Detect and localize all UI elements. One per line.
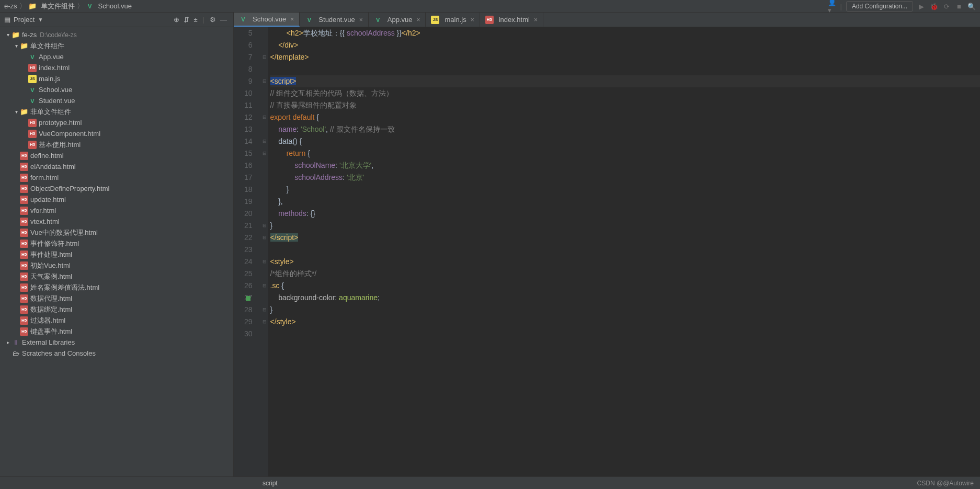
tab-label: Student.vue — [318, 16, 355, 24]
tree-item[interactable]: H5elAnddata.html — [0, 161, 233, 172]
js-icon: JS — [28, 75, 37, 83]
tree-item[interactable]: H5form.html — [0, 172, 233, 183]
html-icon: H5 — [20, 152, 28, 160]
fold-column[interactable]: ⊟⊟⊟⊟⊟⊟⊟⊟⊟⊟⊟ — [261, 27, 268, 476]
tree-label: update.html — [30, 196, 66, 203]
js-icon: JS — [431, 16, 439, 24]
status-bar: script CSDN @@Autowire — [0, 476, 980, 489]
html-icon: H5 — [20, 272, 28, 281]
html-icon: H5 — [20, 196, 28, 204]
tree-label: Vue中的数据代理.html — [30, 228, 98, 237]
editor-tab[interactable]: VApp.vue × — [369, 13, 426, 27]
tree-item[interactable]: H5事件处理.html — [0, 249, 233, 260]
tree-item[interactable]: ▾ 📁单文件组件 — [0, 40, 233, 51]
tree-arrow-icon[interactable]: ▾ — [13, 109, 20, 115]
tree-item[interactable]: H5数据绑定.html — [0, 304, 233, 315]
debug-icon[interactable]: 🐞 — [930, 2, 938, 10]
folder-icon: 📁 — [20, 108, 28, 116]
tree-arrow-icon[interactable]: ▸ — [4, 339, 12, 345]
tab-label: School.vue — [253, 15, 286, 23]
html-icon: H5 — [20, 327, 28, 336]
close-icon[interactable]: × — [471, 16, 474, 24]
tree-label: ObjectDefineProperty.html — [30, 185, 110, 192]
stop-icon[interactable]: ■ — [955, 2, 963, 10]
tree-item[interactable]: H5vtext.html — [0, 216, 233, 227]
tree-item[interactable]: ▾ 📁fe-zsD:\code\fe-zs — [0, 29, 233, 40]
vue-icon: V — [86, 2, 94, 10]
user-icon[interactable]: 👤▾ — [828, 2, 836, 10]
close-icon[interactable]: × — [290, 16, 294, 23]
tree-item[interactable]: H5prototype.html — [0, 117, 233, 128]
gear-icon[interactable]: ⚙ — [210, 16, 216, 24]
run-coverage-icon[interactable]: ⟳ — [942, 2, 951, 10]
tree-item[interactable]: VStudent.vue — [0, 95, 233, 106]
editor-tab[interactable]: VSchool.vue × — [234, 13, 300, 27]
tree-label: 姓名案例差值语法.html — [30, 283, 99, 292]
vue-icon: V — [28, 86, 37, 94]
breadcrumb-bar: e-zs 〉 📁单文件组件 〉 VSchool.vue 👤▾ | Add Con… — [0, 0, 980, 13]
tree-item[interactable]: H5数据代理.html — [0, 293, 233, 304]
breadcrumb-item[interactable]: VSchool.vue — [86, 2, 132, 10]
html-icon: H5 — [20, 218, 28, 226]
vue-icon: V — [305, 16, 313, 24]
breadcrumb-item[interactable]: 📁单文件组件 — [28, 2, 75, 11]
close-icon[interactable]: × — [416, 16, 420, 24]
tree-item[interactable]: ▸ ⫴External Libraries — [0, 337, 233, 348]
tree-item[interactable]: H5index.html — [0, 62, 233, 73]
tree-item[interactable]: H5Vue中的数据代理.html — [0, 227, 233, 238]
status-context: script — [263, 480, 278, 487]
tree-label: vfor.html — [30, 207, 56, 214]
code-editor[interactable]: 5678910111213141516171819202122232425262… — [234, 27, 980, 476]
code-content[interactable]: <h2>学校地址：{{ schoolAddress }}</h2> </div>… — [268, 27, 980, 476]
html-icon: H5 — [28, 64, 37, 72]
close-icon[interactable]: × — [359, 16, 363, 24]
collapse-all-icon[interactable]: ± — [193, 16, 197, 24]
tree-item[interactable]: H5键盘事件.html — [0, 326, 233, 337]
locate-icon[interactable]: ⊕ — [174, 16, 179, 24]
html-icon: H5 — [28, 119, 37, 127]
tree-item[interactable]: H5初始Vue.html — [0, 260, 233, 271]
tree-item[interactable]: JSmain.js — [0, 73, 233, 84]
project-dropdown[interactable]: ▤ Project ▼ — [4, 16, 43, 24]
close-icon[interactable]: × — [534, 16, 538, 24]
tree-item[interactable]: H5事件修饰符.html — [0, 238, 233, 249]
editor-tab[interactable]: H5index.html × — [480, 13, 543, 27]
html-icon: H5 — [20, 305, 28, 314]
tree-arrow-icon[interactable]: ▾ — [4, 32, 12, 38]
editor-tab[interactable]: JSmain.js × — [426, 13, 480, 27]
tab-label: index.html — [499, 16, 530, 24]
html-icon: H5 — [20, 294, 28, 303]
vue-icon: V — [374, 16, 382, 24]
tree-item[interactable]: H5天气案例.html — [0, 271, 233, 282]
html-icon: H5 — [20, 185, 28, 193]
breadcrumb-item[interactable]: e-zs — [4, 2, 17, 10]
run-icon[interactable]: ▶ — [917, 2, 926, 10]
tree-item[interactable]: H5过滤器.html — [0, 315, 233, 326]
tree-item[interactable]: H5define.html — [0, 150, 233, 161]
tree-item[interactable]: H5基本使用.html — [0, 139, 233, 150]
tree-item[interactable]: H5ObjectDefineProperty.html — [0, 183, 233, 194]
tree-item[interactable]: H5update.html — [0, 194, 233, 205]
tree-item[interactable]: 🗁Scratches and Consoles — [0, 348, 233, 359]
editor-tab[interactable]: VStudent.vue × — [300, 13, 368, 27]
tree-arrow-icon[interactable]: ▾ — [13, 43, 20, 49]
tree-item[interactable]: ▾ 📁非单文件组件 — [0, 106, 233, 117]
hide-icon[interactable]: — — [220, 16, 227, 24]
tree-item[interactable]: VSchool.vue — [0, 84, 233, 95]
html-icon: H5 — [20, 163, 28, 171]
tree-item[interactable]: H5VueComponent.html — [0, 128, 233, 139]
tree-item[interactable]: H5姓名案例差值语法.html — [0, 282, 233, 293]
tree-item[interactable]: H5vfor.html — [0, 205, 233, 216]
html-icon: H5 — [20, 251, 28, 259]
expand-all-icon[interactable]: ⇵ — [184, 16, 189, 24]
add-configuration-button[interactable]: Add Configuration... — [846, 1, 913, 12]
html-icon: H5 — [20, 240, 28, 248]
library-icon: ⫴ — [12, 338, 20, 347]
tree-label: External Libraries — [22, 338, 75, 346]
tree-label: main.js — [39, 75, 60, 83]
search-icon[interactable]: 🔍 — [967, 2, 976, 10]
folder-icon: 📁 — [28, 2, 37, 10]
tree-label: prototype.html — [39, 119, 82, 127]
tree-item[interactable]: VApp.vue — [0, 51, 233, 62]
tree-label: 事件处理.html — [30, 250, 72, 259]
